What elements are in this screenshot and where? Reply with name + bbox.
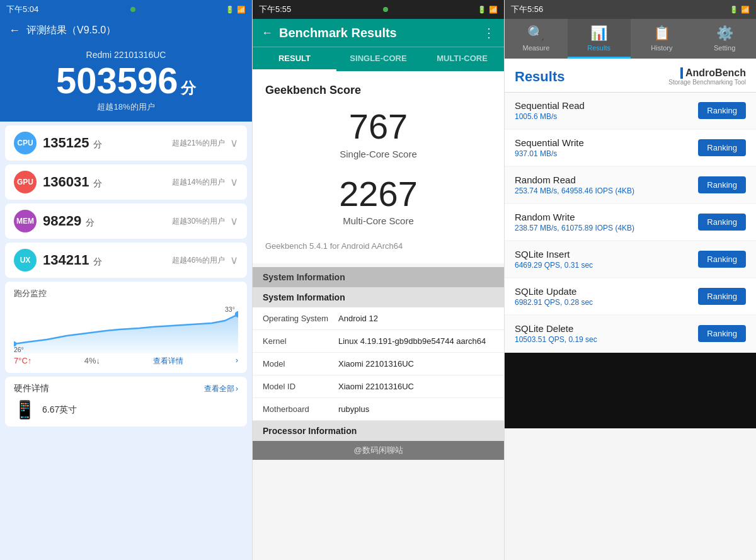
sys-info-header: System Information — [253, 267, 504, 287]
geekbench-content: Geekbench Score 767 Single-Core Score 22… — [253, 71, 504, 560]
ranking-btn-rand-read[interactable]: Ranking — [698, 176, 746, 193]
status-bar-2: 下午5:55 🔋 📶 — [253, 0, 504, 19]
sys-info-section-title: System Information — [253, 287, 504, 307]
gb-version: Geekbench 5.4.1 for Android AArch64 — [265, 241, 491, 251]
sys-row-model-id: Model ID Xiaomi 22101316UC — [253, 375, 504, 398]
seq-read-name: Sequential Read — [515, 100, 698, 111]
result-sqlite-insert: SQLite Insert 6469.29 QPS, 0.31 sec Rank… — [505, 241, 756, 277]
androbench-logo-text: AndroBench — [685, 67, 746, 79]
score-card-cpu-left: CPU 135125 分 — [14, 132, 102, 154]
multi-core-score-item: 2267 Multi-Core Score — [265, 174, 491, 227]
header-1: ← 评测结果（V9.5.0） — [0, 19, 252, 43]
sys-info-section: System Information System Information Op… — [253, 267, 504, 441]
rand-write-name: Random Write — [515, 212, 698, 222]
result-info-seq-read: Sequential Read 1005.6 MB/s — [515, 100, 698, 121]
chevron-gpu: ∨ — [230, 175, 238, 189]
sqlite-delete-sub: 10503.51 QPS, 0.19 sec — [515, 335, 698, 344]
watermark: @数码闲聊站 — [253, 441, 504, 460]
sys-val-model: Xiaomi 22101316UC — [338, 359, 494, 369]
ranking-btn-sqlite-delete[interactable]: Ranking — [698, 325, 746, 342]
score-card-cpu[interactable]: CPU 135125 分 超越21%的用户 ∨ — [5, 125, 247, 161]
rand-write-sub: 238.57 MB/s, 61075.89 IOPS (4KB) — [515, 224, 698, 232]
seq-write-name: Sequential Write — [515, 137, 698, 148]
header2-title: Benchmark Results — [279, 26, 397, 40]
more-options-icon[interactable]: ⋮ — [483, 25, 495, 40]
logo-blue-bar — [680, 67, 683, 79]
time-3: 下午5:56 — [511, 4, 543, 15]
mem-label: 4%↓ — [84, 356, 100, 367]
results-icon: 📊 — [590, 25, 607, 42]
cpu-badge: CPU — [14, 132, 37, 154]
cpu-card-right: 超越21%的用户 ∨ — [172, 136, 238, 150]
tab-single-core[interactable]: SINGLE-CORE — [336, 47, 420, 71]
result-info-rand-read: Random Read 253.74 MB/s, 64958.46 IOPS (… — [515, 174, 698, 195]
time-1: 下午5:04 — [6, 4, 38, 15]
phone-icon: 📱 — [14, 399, 36, 420]
score-card-mem-left: MEM 98229 分 — [14, 210, 94, 232]
main-score: 503596 分 — [0, 62, 252, 99]
back-arrow-1[interactable]: ← — [9, 24, 20, 37]
header2-left: ← Benchmark Results — [261, 26, 397, 40]
temp-label: 7°C↑ — [14, 356, 32, 367]
score-cards: CPU 135125 分 超越21%的用户 ∨ GPU 136031 分 超越 — [0, 122, 252, 560]
tab-multi-core[interactable]: MULTI-CORE — [420, 47, 504, 71]
cpu-score: 135125 分 — [43, 135, 102, 151]
see-detail-link[interactable]: 查看详情 — [153, 356, 183, 367]
bottom-black-area — [505, 353, 756, 428]
single-core-score: 767 — [265, 107, 491, 146]
geekbench-panel: 下午5:55 🔋 📶 ← Benchmark Results ⋮ RESULT … — [252, 0, 504, 560]
sys-val-kernel: Linux 4.19.191-gb9dbb9e54744 aarch64 — [338, 336, 494, 346]
gpu-card-right: 超越14%的用户 ∨ — [172, 175, 238, 189]
ranking-btn-seq-write[interactable]: Ranking — [698, 139, 746, 156]
sys-key-kernel: Kernel — [263, 336, 338, 346]
result-sqlite-delete: SQLite Delete 10503.51 QPS, 0.19 sec Ran… — [505, 316, 756, 351]
chevron-ux: ∨ — [230, 253, 238, 267]
seq-write-sub: 937.01 MB/s — [515, 149, 698, 158]
single-core-score-item: 767 Single-Core Score — [265, 107, 491, 159]
gpu-score: 136031 分 — [43, 174, 102, 190]
score-card-gpu[interactable]: GPU 136031 分 超越14%的用户 ∨ — [5, 164, 247, 200]
mem-score: 98229 分 — [43, 213, 94, 229]
ranking-btn-sqlite-insert[interactable]: Ranking — [698, 251, 746, 268]
hardware-title: 硬件详情 — [14, 383, 49, 394]
result-info-sqlite-insert: SQLite Insert 6469.29 QPS, 0.31 sec — [515, 249, 698, 270]
status-icons-3: 🔋 📶 — [730, 6, 750, 14]
score-card-ux-left: UX 134211 分 — [14, 249, 102, 271]
ranking-btn-sqlite-update[interactable]: Ranking — [698, 288, 746, 305]
sys-row-model: Model Xiaomi 22101316UC — [253, 353, 504, 375]
sys-row-motherboard: Motherboard rubyplus — [253, 398, 504, 421]
status-bar-1: 下午5:04 🔋 📶 — [0, 0, 252, 19]
monitor-title: 跑分监控 — [14, 288, 47, 299]
ranking-btn-seq-read[interactable]: Ranking — [698, 102, 746, 119]
result-info-sqlite-update: SQLite Update 6982.91 QPS, 0.28 sec — [515, 286, 698, 307]
ux-score: 134211 分 — [43, 252, 102, 268]
rand-read-sub: 253.74 MB/s, 64958.46 IOPS (4KB) — [515, 186, 698, 195]
mem-card-right: 超越30%的用户 ∨ — [172, 214, 238, 228]
nav-setting[interactable]: ⚙️ Setting — [693, 19, 756, 59]
sys-key-model-id: Model ID — [263, 382, 338, 391]
see-detail-arrow: › — [236, 356, 238, 367]
score-card-ux[interactable]: UX 134211 分 超越46%的用户 ∨ — [5, 243, 247, 278]
status-dot-1 — [130, 7, 135, 12]
chart-labels: 7°C↑ 4%↓ 查看详情 › — [14, 356, 238, 367]
androbench-results-title: Results — [515, 69, 564, 85]
hardware-desc: 6.67英寸 — [42, 404, 77, 416]
nav-measure[interactable]: 🔍 Measure — [505, 19, 568, 59]
result-rand-write: Random Write 238.57 MB/s, 61075.89 IOPS … — [505, 204, 756, 240]
status-bar-3: 下午5:56 🔋 📶 — [505, 0, 756, 19]
back-arrow-2[interactable]: ← — [261, 26, 273, 40]
nav-results[interactable]: 📊 Results — [568, 19, 631, 59]
nav-history[interactable]: 📋 History — [631, 19, 694, 59]
multi-core-score: 2267 — [265, 174, 491, 214]
sys-row-os: Operating System Android 12 — [253, 307, 504, 330]
score-card-mem[interactable]: MEM 98229 分 超越30%的用户 ∨ — [5, 203, 247, 239]
sqlite-update-name: SQLite Update — [515, 286, 698, 297]
battery-icon-2: 🔋 — [478, 6, 486, 14]
see-all-link[interactable]: 查看全部 › — [204, 384, 238, 394]
ranking-btn-rand-write[interactable]: Ranking — [698, 214, 746, 231]
see-all-arrow: › — [236, 384, 238, 393]
battery-icon-1: 🔋 — [226, 6, 234, 14]
tab-result[interactable]: RESULT — [253, 47, 336, 71]
ux-badge: UX — [14, 249, 37, 271]
gpu-badge: GPU — [14, 171, 37, 193]
